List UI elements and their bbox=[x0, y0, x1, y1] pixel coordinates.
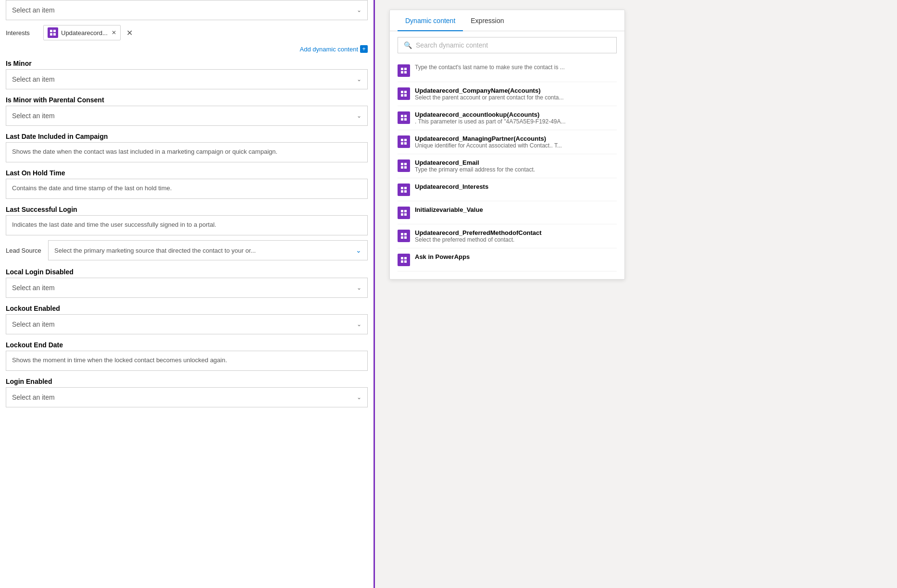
svg-rect-21 bbox=[404, 163, 407, 165]
item-icon bbox=[398, 254, 410, 266]
svg-rect-16 bbox=[401, 139, 403, 141]
search-box: 🔍 bbox=[398, 37, 617, 53]
tab-dynamic-content[interactable]: Dynamic content bbox=[398, 10, 463, 31]
is-minor-group: Is Minor Select an item ⌄ bbox=[6, 55, 368, 89]
svg-rect-29 bbox=[404, 210, 407, 212]
item-description: Select the preferred method of contact. bbox=[415, 236, 617, 243]
last-date-group: Last Date Included in Campaign Shows the… bbox=[6, 128, 368, 162]
last-login-info: Indicates the last date and time the use… bbox=[6, 215, 368, 235]
left-panel: Select an item ⌄ Interests Updatearecord… bbox=[0, 0, 375, 588]
list-item[interactable]: Type the contact's last name to make sur… bbox=[398, 59, 617, 82]
lockout-enabled-label: Lockout Enabled bbox=[6, 300, 368, 314]
lead-source-label: Lead Source bbox=[6, 247, 44, 254]
item-content: Type the contact's last name to make sur… bbox=[415, 64, 617, 71]
login-enabled-chevron: ⌄ bbox=[357, 394, 361, 401]
last-date-info: Shows the date when the contact was last… bbox=[6, 142, 368, 162]
item-content: Updatearecord_accountlookup(Accounts) . … bbox=[415, 111, 617, 125]
svg-rect-7 bbox=[404, 71, 407, 74]
svg-rect-20 bbox=[401, 163, 403, 165]
item-description: Select the parent account or parent cont… bbox=[415, 94, 617, 101]
svg-rect-8 bbox=[401, 91, 403, 93]
local-login-chevron: ⌄ bbox=[357, 284, 361, 291]
svg-rect-4 bbox=[401, 68, 403, 70]
is-minor-consent-chevron: ⌄ bbox=[357, 112, 361, 119]
search-icon: 🔍 bbox=[404, 41, 412, 49]
lockout-enabled-group: Lockout Enabled Select an item ⌄ bbox=[6, 300, 368, 334]
item-icon bbox=[398, 135, 410, 148]
interests-tag: Updatearecord... ✕ bbox=[43, 25, 121, 40]
is-minor-dropdown[interactable]: Select an item ⌄ bbox=[6, 69, 368, 89]
search-input[interactable] bbox=[416, 41, 610, 49]
list-item[interactable]: Initializevariable_Value bbox=[398, 201, 617, 224]
interests-tag-icon bbox=[48, 27, 58, 38]
svg-rect-5 bbox=[404, 68, 407, 70]
last-on-hold-info: Contains the date and time stamp of the … bbox=[6, 179, 368, 199]
dynamic-content-card: Dynamic content Expression 🔍 Type the co… bbox=[389, 10, 625, 280]
item-title: Updatearecord_PreferredMethodofContact bbox=[415, 229, 617, 236]
item-content: Updatearecord_CompanyName(Accounts) Sele… bbox=[415, 87, 617, 101]
lockout-end-date-description: Shows the moment in time when the locked… bbox=[12, 356, 227, 364]
last-date-label: Last Date Included in Campaign bbox=[6, 128, 368, 142]
svg-rect-14 bbox=[401, 118, 403, 121]
svg-rect-39 bbox=[404, 260, 407, 263]
list-item[interactable]: Updatearecord_Interests bbox=[398, 178, 617, 201]
lockout-enabled-dropdown[interactable]: Select an item ⌄ bbox=[6, 314, 368, 334]
interests-clear-all[interactable]: ✕ bbox=[126, 28, 133, 37]
svg-rect-34 bbox=[401, 236, 403, 239]
lead-source-chevron: ⌄ bbox=[356, 246, 361, 254]
interests-label: Interests bbox=[6, 29, 39, 37]
lead-source-dropdown[interactable]: Select the primary marketing source that… bbox=[48, 240, 368, 260]
login-enabled-label: Login Enabled bbox=[6, 373, 368, 387]
lockout-end-date-info: Shows the moment in time when the locked… bbox=[6, 351, 368, 371]
lockout-end-date-label: Lockout End Date bbox=[6, 336, 368, 351]
local-login-label: Local Login Disabled bbox=[6, 263, 368, 278]
is-minor-chevron: ⌄ bbox=[357, 76, 361, 83]
login-enabled-placeholder: Select an item bbox=[12, 393, 55, 401]
add-dynamic-content-link[interactable]: Add dynamic content + bbox=[6, 43, 368, 55]
svg-rect-11 bbox=[404, 94, 407, 97]
item-description: Unique identifier for Account associated… bbox=[415, 142, 617, 149]
svg-rect-26 bbox=[401, 190, 403, 193]
svg-rect-9 bbox=[404, 91, 407, 93]
svg-rect-1 bbox=[53, 30, 56, 32]
svg-rect-12 bbox=[401, 115, 403, 117]
item-content: Updatearecord_PreferredMethodofContact S… bbox=[415, 229, 617, 243]
svg-rect-32 bbox=[401, 233, 403, 235]
svg-rect-10 bbox=[401, 94, 403, 97]
login-enabled-dropdown[interactable]: Select an item ⌄ bbox=[6, 387, 368, 407]
last-date-description: Shows the date when the contact was last… bbox=[12, 148, 277, 155]
item-description: . This parameter is used as part of "4A7… bbox=[415, 118, 617, 125]
top-select-group: Select an item ⌄ bbox=[6, 0, 368, 20]
is-minor-consent-dropdown[interactable]: Select an item ⌄ bbox=[6, 106, 368, 126]
svg-rect-24 bbox=[401, 187, 403, 189]
svg-rect-31 bbox=[404, 213, 407, 216]
item-title: Updatearecord_accountlookup(Accounts) bbox=[415, 111, 617, 118]
item-content: Initializevariable_Value bbox=[415, 206, 617, 213]
svg-rect-35 bbox=[404, 236, 407, 239]
svg-rect-38 bbox=[401, 260, 403, 263]
list-item[interactable]: Updatearecord_ManagingPartner(Accounts) … bbox=[398, 130, 617, 154]
interests-tag-close[interactable]: ✕ bbox=[112, 29, 116, 36]
last-login-group: Last Successful Login Indicates the last… bbox=[6, 201, 368, 235]
item-title: Updatearecord_Interests bbox=[415, 183, 617, 190]
item-content: Ask in PowerApps bbox=[415, 253, 617, 260]
last-on-hold-description: Contains the date and time stamp of the … bbox=[12, 184, 172, 192]
tab-bar: Dynamic content Expression bbox=[390, 10, 624, 31]
list-item[interactable]: Ask in PowerApps bbox=[398, 248, 617, 271]
tab-expression[interactable]: Expression bbox=[463, 10, 511, 31]
svg-rect-2 bbox=[50, 33, 52, 36]
list-item[interactable]: Updatearecord_CompanyName(Accounts) Sele… bbox=[398, 82, 617, 106]
is-minor-label: Is Minor bbox=[6, 55, 368, 69]
lockout-enabled-chevron: ⌄ bbox=[357, 321, 361, 328]
login-enabled-group: Login Enabled Select an item ⌄ bbox=[6, 373, 368, 407]
list-item[interactable]: Updatearecord_PreferredMethodofContact S… bbox=[398, 224, 617, 248]
top-select-placeholder: Select an item bbox=[12, 6, 55, 14]
list-item[interactable]: Updatearecord_accountlookup(Accounts) . … bbox=[398, 106, 617, 130]
svg-rect-0 bbox=[50, 30, 52, 32]
top-select-dropdown[interactable]: Select an item ⌄ bbox=[6, 0, 368, 20]
local-login-dropdown[interactable]: Select an item ⌄ bbox=[6, 278, 368, 298]
add-dynamic-content-text: Add dynamic content bbox=[300, 46, 358, 53]
svg-rect-19 bbox=[404, 142, 407, 145]
list-item[interactable]: Updatearecord_Email Type the primary ema… bbox=[398, 154, 617, 178]
svg-rect-28 bbox=[401, 210, 403, 212]
